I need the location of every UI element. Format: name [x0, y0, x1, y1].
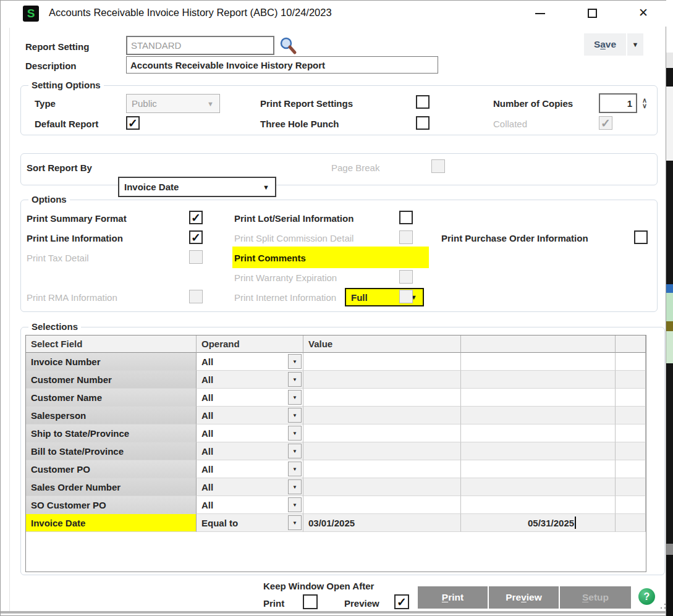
selection-value-input[interactable]	[303, 407, 461, 424]
window-title: Accounts Receivable Invoice History Repo…	[49, 7, 332, 19]
selection-end-cell	[616, 371, 646, 389]
selection-value2-input[interactable]	[461, 460, 616, 478]
report-setting-input[interactable]: STANDARD	[126, 36, 274, 55]
print-line-information-checkbox[interactable]: ✓	[189, 230, 203, 244]
selection-field-cell[interactable]: Ship to State/Province	[26, 424, 197, 442]
selection-field-cell[interactable]: Bill to State/Province	[26, 442, 197, 460]
selection-value-input[interactable]	[303, 389, 461, 407]
maximize-button[interactable]	[575, 1, 610, 27]
minimize-button[interactable]	[523, 1, 557, 27]
print-lot-serial-checkbox[interactable]	[399, 211, 413, 224]
print-report-settings-checkbox[interactable]	[416, 95, 430, 109]
selection-value2-input[interactable]	[461, 371, 616, 389]
background-app-sliver	[666, 363, 673, 544]
selection-field-cell[interactable]: Customer Name	[26, 389, 197, 407]
selection-value2-input[interactable]: 05/31/2025	[461, 514, 616, 532]
selection-value2-input[interactable]	[461, 407, 616, 424]
selection-value2-input[interactable]	[461, 353, 616, 371]
selection-value-input[interactable]	[303, 371, 461, 389]
selection-value2-input[interactable]	[461, 442, 616, 460]
selection-row: SO Customer POAll▼	[26, 496, 646, 514]
setup-button: Setup	[560, 586, 631, 609]
selection-value-input[interactable]: 03/01/2025	[303, 514, 461, 532]
window-bottom-edge	[1, 611, 667, 614]
selection-value-input[interactable]	[303, 424, 461, 442]
selection-operand-select[interactable]: All▼	[197, 424, 303, 442]
chevron-down-icon[interactable]: ▼	[288, 426, 302, 441]
chevron-down-icon[interactable]: ▼	[288, 390, 302, 405]
selection-value2-input[interactable]	[461, 389, 616, 407]
chevron-down-icon[interactable]: ▼	[288, 354, 302, 369]
number-of-copies-label: Number of Copies	[493, 98, 573, 109]
selection-end-cell	[616, 424, 646, 442]
three-hole-punch-checkbox[interactable]	[416, 116, 430, 130]
selection-operand-value: All	[201, 374, 213, 385]
background-app-sliver	[666, 284, 673, 293]
screen: S Accounts Receivable Invoice History Re…	[0, 0, 673, 616]
print-summary-format-label: Print Summary Format	[27, 213, 127, 224]
print-line-information-label: Print Line Information	[27, 233, 123, 243]
selections-column-header: Select Field	[26, 335, 197, 353]
setting-options-legend: Setting Options	[28, 80, 104, 90]
selection-value2-input[interactable]	[461, 496, 616, 514]
description-input[interactable]: Accounts Receivable Invoice History Repo…	[126, 56, 438, 74]
type-select[interactable]: Public ▼	[126, 94, 220, 113]
selection-value-input[interactable]	[303, 478, 461, 496]
print-rma-checkbox	[189, 290, 203, 303]
selection-field-cell[interactable]: Invoice Date	[26, 514, 197, 532]
keep-preview-checkbox[interactable]: ✓	[394, 594, 409, 609]
selection-value-input[interactable]	[303, 460, 461, 478]
selection-value-input[interactable]	[303, 442, 461, 460]
sort-report-by-select[interactable]: Invoice Date ▼	[118, 177, 276, 197]
selections-table-header: Select FieldOperandValue	[26, 335, 646, 353]
number-of-copies-input[interactable]: 1	[599, 93, 637, 113]
selection-value2-input[interactable]	[461, 478, 616, 496]
print-button[interactable]: Print	[418, 586, 488, 609]
selection-field-cell[interactable]: SO Customer PO	[26, 496, 197, 514]
help-icon[interactable]: ?	[638, 588, 655, 605]
chevron-down-icon[interactable]: ▼	[288, 408, 302, 423]
selection-field-cell[interactable]: Salesperson	[26, 407, 197, 424]
selection-field-cell[interactable]: Sales Order Number	[26, 478, 197, 496]
print-purchase-order-checkbox[interactable]	[634, 230, 648, 244]
selection-operand-value: All	[201, 464, 213, 475]
save-dropdown-button[interactable]: ▼	[627, 33, 643, 56]
close-button[interactable]: ✕	[627, 1, 662, 27]
preview-button[interactable]: Preview	[489, 586, 559, 609]
selection-operand-value: Equal to	[201, 518, 238, 528]
selection-operand-select[interactable]: All▼	[197, 442, 303, 460]
selection-operand-select[interactable]: All▼	[197, 460, 303, 478]
title-bar[interactable]: S Accounts Receivable Invoice History Re…	[1, 1, 667, 27]
default-report-checkbox[interactable]: ✓	[126, 116, 140, 130]
chevron-down-icon[interactable]: ▼	[288, 497, 302, 512]
chevron-down-icon[interactable]: ▼	[288, 479, 302, 494]
selection-operand-select[interactable]: All▼	[197, 478, 303, 496]
selection-operand-select[interactable]: All▼	[197, 407, 303, 424]
chevron-down-icon[interactable]: ▼	[288, 515, 302, 530]
print-summary-format-checkbox[interactable]: ✓	[189, 211, 203, 224]
selections-column-header: Operand	[197, 335, 303, 353]
number-of-copies-stepper[interactable]: ∧ ∨	[639, 93, 650, 113]
keep-print-checkbox[interactable]	[303, 594, 318, 609]
print-tax-detail-label: Print Tax Detail	[27, 253, 89, 263]
selection-field-cell[interactable]: Invoice Number	[26, 353, 197, 371]
chevron-down-icon[interactable]: ▼	[288, 444, 302, 458]
selection-value-input[interactable]	[303, 496, 461, 514]
chevron-down-icon[interactable]: ▼	[288, 372, 302, 387]
selection-value2-input[interactable]	[461, 424, 616, 442]
lookup-icon[interactable]	[278, 36, 298, 56]
page-break-label: Page Break	[331, 162, 379, 173]
selection-operand-select[interactable]: All▼	[197, 353, 303, 371]
selection-field-cell[interactable]: Customer PO	[26, 460, 197, 478]
save-button[interactable]: Save	[584, 33, 626, 56]
selection-value-input[interactable]	[303, 353, 461, 371]
selection-operand-select[interactable]: All▼	[197, 371, 303, 389]
selection-operand-select[interactable]: All▼	[197, 496, 303, 514]
chevron-down-icon[interactable]: ▼	[288, 462, 302, 476]
window-inner-edge	[9, 28, 10, 611]
selection-field-cell[interactable]: Customer Number	[26, 371, 197, 389]
selection-operand-select[interactable]: All▼	[197, 389, 303, 407]
keep-preview-label: Preview	[344, 598, 379, 609]
selection-operand-value: All	[201, 500, 213, 510]
selection-operand-select[interactable]: Equal to▼	[197, 514, 303, 532]
